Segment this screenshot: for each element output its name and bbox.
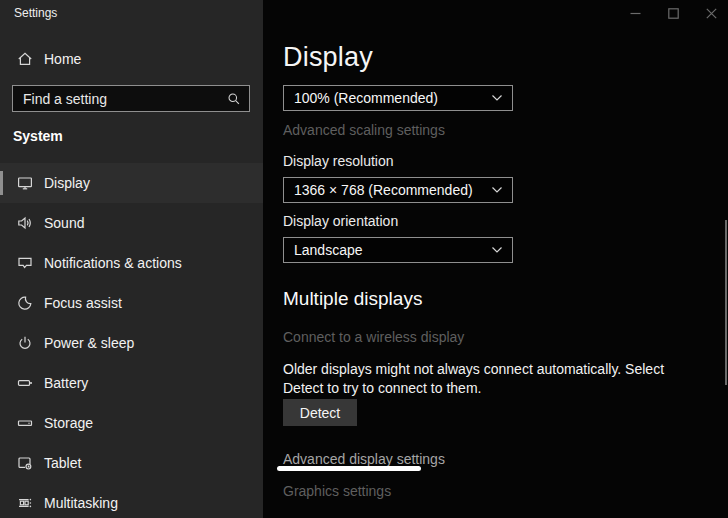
storage-icon [17, 415, 33, 431]
chevron-down-icon [491, 246, 503, 254]
sidebar-item-label: Home [44, 51, 81, 67]
notifications-icon [17, 255, 33, 271]
window-title: Settings [14, 6, 57, 20]
sidebar-item-label: Tablet [44, 455, 81, 471]
focus-assist-icon [17, 295, 33, 311]
selected-accent-bar [0, 171, 3, 195]
battery-icon [17, 375, 33, 391]
sidebar-item-display[interactable]: Display [0, 163, 263, 203]
highlight-underline [277, 466, 421, 471]
sidebar-item-tablet[interactable]: Tablet [0, 443, 263, 483]
page-title: Display [283, 42, 373, 73]
sidebar-item-sound[interactable]: Sound [0, 203, 263, 243]
sidebar-item-multitasking[interactable]: Multitasking [0, 483, 263, 518]
orientation-label: Display orientation [283, 213, 398, 229]
sidebar-item-label: Power & sleep [44, 335, 134, 351]
detect-button[interactable]: Detect [283, 399, 357, 426]
sidebar-nav: Display Sound Notifications & actions [0, 163, 263, 518]
search-icon[interactable] [227, 92, 241, 106]
sidebar-item-label: Battery [44, 375, 88, 391]
sidebar-item-label: Focus assist [44, 295, 122, 311]
connect-wireless-display-link[interactable]: Connect to a wireless display [283, 329, 464, 345]
advanced-display-settings-link[interactable]: Advanced display settings [283, 451, 445, 467]
graphics-settings-link[interactable]: Graphics settings [283, 483, 391, 499]
settings-window: Settings Home Find a setting System [0, 0, 728, 518]
sidebar-item-battery[interactable]: Battery [0, 363, 263, 403]
orientation-dropdown-value: Landscape [294, 242, 363, 258]
search-placeholder: Find a setting [23, 91, 107, 107]
home-icon [17, 51, 33, 67]
sidebar-item-label: Multitasking [44, 495, 118, 511]
advanced-scaling-link[interactable]: Advanced scaling settings [283, 122, 445, 138]
multiple-displays-description: Older displays might not always connect … [283, 360, 675, 398]
sidebar: Settings Home Find a setting System [0, 0, 263, 518]
sound-icon [17, 215, 33, 231]
sidebar-item-focus-assist[interactable]: Focus assist [0, 283, 263, 323]
sidebar-item-label: Sound [44, 215, 84, 231]
sidebar-item-label: Notifications & actions [44, 255, 182, 271]
display-icon [17, 175, 33, 191]
resolution-dropdown-value: 1366 × 768 (Recommended) [294, 182, 473, 198]
chevron-down-icon [491, 186, 503, 194]
main-content: Display 100% (Recommended) Advanced scal… [263, 0, 728, 518]
tablet-icon [17, 455, 33, 471]
sidebar-section-system: System [13, 128, 63, 144]
sidebar-item-label: Display [44, 175, 90, 191]
multitasking-icon [17, 495, 33, 511]
orientation-dropdown[interactable]: Landscape [283, 237, 513, 263]
sidebar-item-home[interactable]: Home [0, 45, 263, 73]
resolution-dropdown[interactable]: 1366 × 768 (Recommended) [283, 177, 513, 203]
resolution-label: Display resolution [283, 153, 394, 169]
vertical-scrollbar[interactable] [725, 220, 727, 385]
sidebar-item-storage[interactable]: Storage [0, 403, 263, 443]
power-icon [17, 335, 33, 351]
sidebar-item-notifications[interactable]: Notifications & actions [0, 243, 263, 283]
multiple-displays-heading: Multiple displays [283, 288, 422, 310]
scale-dropdown[interactable]: 100% (Recommended) [283, 85, 513, 111]
search-input[interactable]: Find a setting [12, 85, 250, 112]
sidebar-item-label: Storage [44, 415, 93, 431]
chevron-down-icon [491, 94, 503, 102]
scale-dropdown-value: 100% (Recommended) [294, 90, 438, 106]
sidebar-item-power-sleep[interactable]: Power & sleep [0, 323, 263, 363]
